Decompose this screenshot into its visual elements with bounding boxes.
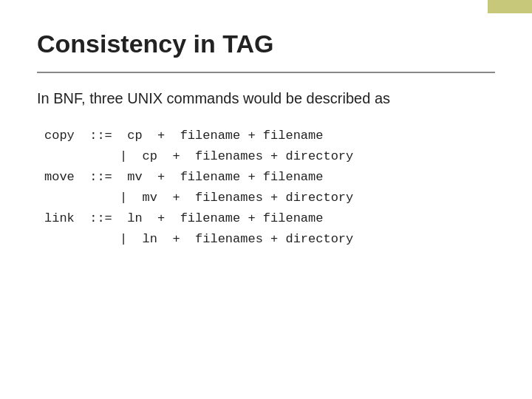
bnf-line-6: | ln + filenames + directory: [44, 229, 495, 250]
slide-description: In BNF, three UNIX commands would be des…: [37, 88, 495, 109]
slide-title: Consistency in TAG: [37, 30, 495, 58]
bnf-line-1: copy ::= cp + filename + filename: [44, 126, 495, 146]
bnf-line-2: | cp + filenames + directory: [44, 146, 495, 167]
divider: [37, 72, 495, 73]
accent-bar: [488, 0, 532, 13]
bnf-block: copy ::= cp + filename + filename | cp +…: [44, 126, 495, 250]
bnf-line-5: link ::= ln + filename + filename: [44, 208, 495, 229]
bnf-line-3: move ::= mv + filename + filename: [44, 167, 495, 188]
bnf-line-4: | mv + filenames + directory: [44, 188, 495, 208]
slide: Consistency in TAG In BNF, three UNIX co…: [0, 0, 532, 399]
